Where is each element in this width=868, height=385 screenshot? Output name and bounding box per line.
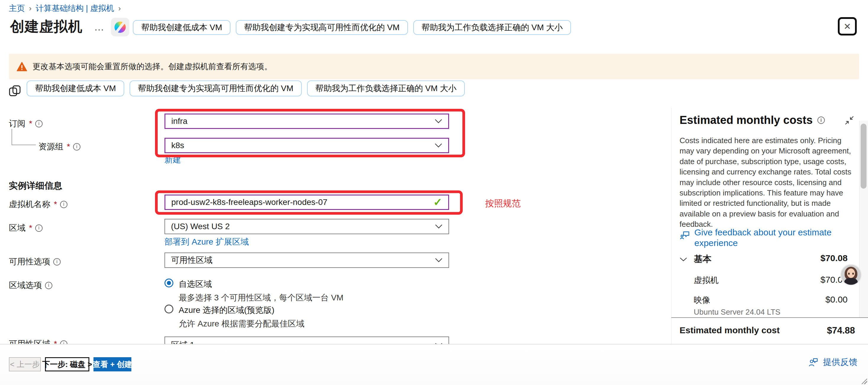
cost-group-amount: $70.08 [820, 253, 847, 263]
cost-row-name: 映像 [694, 294, 710, 306]
copilot-suggestions-inline: 帮助我创建低成本 VM 帮助我创建专为实现高可用性而优化的 VM 帮助我为工作负… [27, 81, 465, 96]
zone-option-azure-selected: Azure 选择的区域(预览版) 允许 Azure 根据需要分配最佳区域 [164, 304, 304, 329]
info-icon[interactable]: i [35, 120, 42, 127]
suggestion-high-availability-vm[interactable]: 帮助我创建专为实现高可用性而优化的 VM [236, 20, 408, 35]
avatar-body [844, 278, 858, 286]
collapse-panel-icon[interactable] [844, 115, 855, 125]
person-feedback-icon [808, 357, 818, 367]
breadcrumb: 主页 › 计算基础结构 | 虚拟机 › [9, 3, 121, 13]
total-divider [671, 317, 868, 318]
copilot-outline-icon [7, 84, 23, 98]
chevron-down-icon [435, 143, 442, 148]
more-options-button[interactable]: … [94, 21, 105, 33]
feedback-link[interactable]: 提供反馈 [808, 356, 857, 368]
radio-unselected[interactable] [164, 304, 173, 314]
cost-row-amount: $0.00 [826, 294, 847, 304]
availability-options-dropdown[interactable]: 可用性区域 [164, 253, 449, 268]
vm-name-label: 虚拟机名称* i [9, 199, 67, 210]
suggestion-low-cost-vm[interactable]: 帮助我创建低成本 VM [27, 81, 124, 96]
estimated-total-amount: $74.88 [827, 325, 855, 336]
info-icon[interactable]: i [35, 224, 42, 232]
panel-divider [671, 108, 672, 344]
radio-description: 允许 Azure 根据需要分配最佳区域 [179, 318, 304, 329]
info-icon[interactable]: i [73, 143, 81, 151]
create-new-link[interactable]: 新建 [164, 154, 181, 165]
suggestion-right-vm-size[interactable]: 帮助我为工作负载选择正确的 VM 大小 [413, 20, 571, 35]
cost-row-name: 虚拟机 [694, 275, 719, 286]
info-icon[interactable]: i [817, 117, 825, 124]
cost-group-name: 基本 [694, 253, 712, 265]
cost-row-subtext: Ubuntu Server 24.04 LTS [694, 308, 780, 317]
info-icon[interactable]: i [60, 201, 67, 208]
estimate-feedback-link[interactable]: Give feedback about your estimate experi… [680, 227, 845, 248]
availability-options-label: 可用性选项 i [9, 256, 61, 267]
assistant-avatar[interactable] [840, 264, 862, 286]
breadcrumb-separator: › [118, 4, 121, 13]
close-icon: ✕ [843, 21, 851, 32]
radio-label[interactable]: Azure 选择的区域(预览版) [179, 304, 304, 316]
info-icon[interactable]: i [53, 258, 61, 265]
info-icon[interactable]: i [45, 282, 52, 289]
instance-details-heading: 实例详细信息 [9, 180, 62, 192]
previous-button[interactable]: < 上一步 [9, 357, 41, 372]
annotation-text: 按照规范 [485, 197, 521, 210]
chevron-down-icon[interactable] [680, 257, 687, 262]
breadcrumb-section[interactable]: 计算基础结构 | 虚拟机 [36, 3, 114, 13]
resource-group-label: 资源组* i [38, 141, 81, 152]
close-button[interactable]: ✕ [838, 17, 857, 35]
feedback-bubbles-icon [680, 230, 690, 241]
region-dropdown[interactable]: (US) West US 2 [164, 219, 449, 234]
warning-icon [17, 62, 27, 71]
next-disks-button[interactable]: 下一步: 磁盘 > [45, 357, 89, 372]
resize-grip[interactable] [861, 378, 867, 384]
field-connector [11, 145, 36, 145]
cost-panel-title: Estimated monthly costs i [680, 114, 825, 127]
subscription-label: 订阅* i [9, 118, 42, 129]
breadcrumb-separator: › [29, 4, 32, 13]
zone-options-label: 区域选项 i [9, 280, 52, 291]
radio-selected[interactable] [164, 279, 173, 287]
avatar-eye [848, 272, 850, 275]
vm-name-input[interactable]: prod-usw2-k8s-freeleaps-worker-nodes-07 … [164, 195, 449, 210]
azure-edge-zone-link[interactable]: 部署到 Azure 扩展区域 [164, 236, 249, 248]
copilot-suggestions-header: 帮助我创建低成本 VM 帮助我创建专为实现高可用性而优化的 VM 帮助我为工作负… [133, 20, 571, 35]
suggestion-right-vm-size[interactable]: 帮助我为工作负载选择正确的 VM 大小 [307, 81, 465, 96]
chevron-down-icon [435, 119, 442, 124]
footer-bar: < 上一步 下一步: 磁盘 > 查看 + 创建 提供反馈 [0, 344, 868, 385]
radio-label[interactable]: 自选区域 [179, 279, 343, 290]
breadcrumb-home[interactable]: 主页 [9, 3, 25, 13]
chevron-down-icon [435, 258, 442, 263]
page-title: 创建虚拟机 [10, 17, 83, 36]
zone-option-self-selected: 自选区域 最多选择 3 个可用性区域，每个区域一台 VM [164, 279, 343, 303]
warning-text: 更改基本选项可能会重置所做的选择。创建虚拟机前查看所有选项。 [33, 61, 272, 72]
estimated-total-label: Estimated monthly cost [680, 325, 779, 335]
scrollbar-thumb[interactable] [861, 124, 867, 189]
cost-panel-description: Costs indicated here are estimates only.… [680, 135, 854, 230]
resource-group-dropdown[interactable]: k8s [164, 138, 449, 153]
valid-check-icon: ✓ [433, 196, 442, 208]
copilot-button[interactable] [111, 18, 129, 36]
warning-banner: 更改基本选项可能会重置所做的选择。创建虚拟机前查看所有选项。 [9, 54, 859, 79]
avatar-eye [852, 272, 854, 275]
suggestion-low-cost-vm[interactable]: 帮助我创建低成本 VM [133, 20, 230, 35]
copilot-icon [115, 22, 126, 33]
suggestion-high-availability-vm[interactable]: 帮助我创建专为实现高可用性而优化的 VM [130, 81, 302, 96]
chevron-down-icon [435, 224, 442, 229]
region-label: 区域* i [9, 222, 42, 234]
field-connector [11, 129, 12, 145]
subscription-dropdown[interactable]: infra [164, 114, 449, 129]
review-create-button[interactable]: 查看 + 创建 [93, 357, 131, 372]
radio-description: 最多选择 3 个可用性区域，每个区域一台 VM [179, 292, 343, 303]
